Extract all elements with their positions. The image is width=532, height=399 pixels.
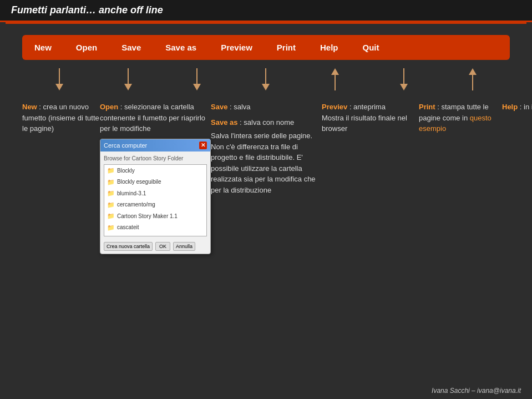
open-keyword: Open xyxy=(100,103,118,111)
col-open: Open : selezionare la cartella contenent… xyxy=(100,102,211,254)
salva-series-text: Salva l'intera serie delle pagine. Non c… xyxy=(211,130,322,195)
folder-icon: 📁 xyxy=(107,166,115,175)
arrow-up-print-icon xyxy=(330,68,341,90)
col-preview: Previev : anteprima Mostra il risultato … xyxy=(322,102,419,254)
content-section: New : crea un nuovo fumetto (insieme di … xyxy=(17,102,515,254)
col-save: Save : salva Save as : salva con nome Sa… xyxy=(211,102,322,254)
menu-item-new[interactable]: New xyxy=(22,35,64,60)
folder-icon: 📁 xyxy=(107,189,115,198)
folder-icon: 📁 xyxy=(107,234,115,236)
arrow-down-new-icon xyxy=(54,68,65,90)
list-item[interactable]: 📁Blockly eseguibile xyxy=(104,176,206,188)
save-text: : salva xyxy=(227,103,250,111)
list-item[interactable]: 📁Colcrare xyxy=(104,233,206,236)
list-item[interactable]: 📁cascateit xyxy=(104,222,206,234)
col-new: New : crea un nuovo fumetto (insieme di … xyxy=(22,102,100,254)
ok-button[interactable]: OK xyxy=(155,242,170,251)
dialog-box: Cerca computer ✕ Browse for Cartoon Stor… xyxy=(100,139,211,255)
dialog-title: Cerca computer xyxy=(104,141,147,150)
svg-marker-5 xyxy=(193,84,201,90)
new-folder-button[interactable]: Crea nuova cartella xyxy=(104,242,153,251)
dialog-body: Browse for Cartoon Story Folder 📁Blockly… xyxy=(100,151,210,239)
menu-item-save[interactable]: Save xyxy=(109,35,153,60)
svg-marker-9 xyxy=(331,68,339,75)
help1-keyword: Help xyxy=(502,103,518,111)
list-item[interactable]: 📁Cartoon Story Maker 1.1 xyxy=(104,210,206,222)
print-keyword: Print xyxy=(419,103,435,111)
arrow-print xyxy=(316,68,354,90)
saveas-keyword: Save as xyxy=(211,118,237,127)
svg-marker-11 xyxy=(400,84,408,90)
dialog-footer: Crea nuova cartella OK Annulla xyxy=(100,239,210,254)
arrow-up-help2-icon xyxy=(467,68,478,90)
cancel-button[interactable]: Annulla xyxy=(173,242,195,251)
dialog-list: 📁Blockly 📁Blockly eseguibile 📁blumind-3.… xyxy=(104,164,207,236)
arrow-new xyxy=(40,68,79,90)
preview-text: : anteprima xyxy=(347,103,386,111)
toolbar-arrows xyxy=(22,68,510,93)
arrow-preview xyxy=(246,68,285,90)
menu-toolbar: New Open Save Save as Preview Print Help… xyxy=(22,35,510,60)
header-title: Fumetti parlanti… anche off line xyxy=(11,4,163,16)
preview-keyword: Previev xyxy=(322,103,347,111)
menu-item-open[interactable]: Open xyxy=(64,35,109,60)
dialog-close-button[interactable]: ✕ xyxy=(199,142,207,149)
menu-item-saveas[interactable]: Save as xyxy=(153,35,209,60)
new-keyword: New xyxy=(22,103,37,111)
menu-item-print[interactable]: Print xyxy=(265,35,308,60)
arrow-open xyxy=(109,68,148,90)
col-print: Print : stampa tutte le pagine come in q… xyxy=(419,102,502,254)
header-bar: Fumetti parlanti… anche off line xyxy=(0,0,532,22)
arrow-down-preview-icon xyxy=(260,68,271,90)
folder-icon: 📁 xyxy=(107,223,115,233)
saveas-text: : salva con nome xyxy=(237,118,294,127)
svg-marker-13 xyxy=(469,68,477,75)
menu-item-preview[interactable]: Preview xyxy=(209,35,265,60)
save-keyword: Save xyxy=(211,103,227,111)
list-item[interactable]: 📁cercamento/mg xyxy=(104,199,206,211)
list-item[interactable]: 📁Blockly xyxy=(104,165,206,176)
folder-icon: 📁 xyxy=(107,200,115,210)
col-help1: Help : in inglese xyxy=(502,102,532,254)
footer-text: Ivana Sacchi – ivana@ivana.it xyxy=(432,387,521,395)
arrow-help1 xyxy=(384,68,423,90)
preview-sub-text: Mostra il risultato finale nel browser xyxy=(322,113,419,134)
svg-marker-7 xyxy=(262,84,270,90)
folder-icon: 📁 xyxy=(107,211,115,221)
menu-item-help[interactable]: Help xyxy=(308,35,351,60)
arrow-help2 xyxy=(453,68,492,90)
main-content: New Open Save Save as Preview Print Help… xyxy=(0,24,532,265)
arrow-down-save-icon xyxy=(191,68,202,90)
folder-icon: 📁 xyxy=(107,178,115,187)
arrow-container xyxy=(22,68,510,93)
footer: Ivana Sacchi – ivana@ivana.it xyxy=(432,387,521,395)
arrow-down-open-icon xyxy=(123,68,134,90)
svg-marker-3 xyxy=(124,84,132,90)
menu-item-quit[interactable]: Quit xyxy=(351,35,392,60)
list-item[interactable]: 📁blumind-3.1 xyxy=(104,188,206,199)
arrow-save xyxy=(178,68,216,90)
dialog-label: Browse for Cartoon Story Folder xyxy=(104,154,207,163)
help1-text: : in inglese xyxy=(518,103,532,111)
dialog-titlebar: Cerca computer ✕ xyxy=(100,139,210,152)
arrow-down-help1-icon xyxy=(398,68,409,90)
svg-marker-1 xyxy=(55,84,63,90)
